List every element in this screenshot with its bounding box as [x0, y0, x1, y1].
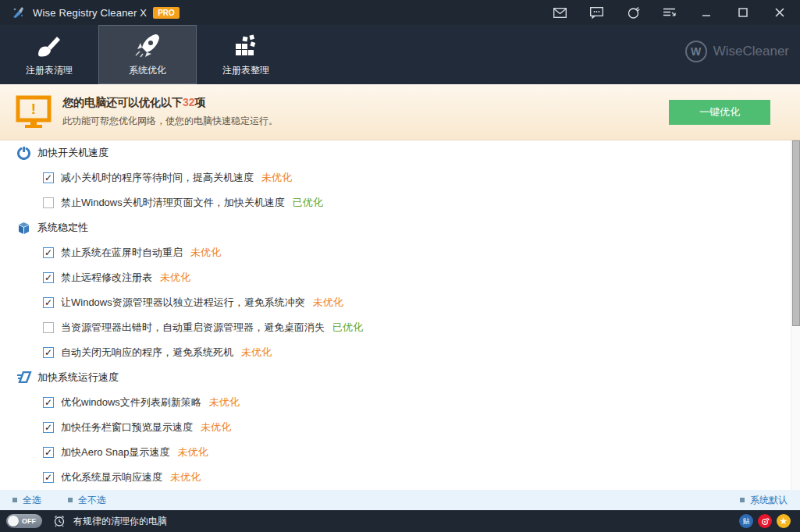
system-default-link[interactable]: 系统默认 — [740, 494, 788, 507]
optimization-item: ✓减小关机时的程序等待时间，提高关机速度未优化 — [0, 165, 791, 190]
item-checkbox[interactable]: ✓ — [43, 422, 54, 433]
item-label: 自动关闭无响应的程序，避免系统死机 — [61, 346, 233, 360]
section-header: 系统稳定性 — [0, 215, 791, 240]
toggle-knob-icon — [8, 516, 19, 527]
support-tools-icon[interactable] — [625, 5, 641, 20]
item-status: 已优化 — [293, 196, 323, 210]
monitor-alert-icon: ! — [16, 95, 52, 129]
optimizable-count: 32 — [183, 96, 195, 108]
optimization-item: ✓禁止远程修改注册表未优化 — [0, 265, 791, 290]
optimization-item: ✓加快Aero Snap显示速度未优化 — [0, 440, 791, 465]
tieba-share-icon[interactable]: 贴 — [739, 514, 753, 528]
item-label: 优化windows文件列表刷新策略 — [61, 395, 201, 410]
pro-badge: PRO — [153, 7, 180, 19]
mail-icon[interactable] — [552, 5, 567, 20]
power-icon — [17, 147, 30, 160]
notification-bar: ! 您的电脑还可以优化以下32项 此功能可帮您优化网络，使您的电脑快速稳定运行。… — [0, 84, 800, 140]
item-label: 优化系统显示响应速度 — [61, 470, 162, 484]
scrollbar-thumb[interactable] — [792, 140, 800, 326]
item-status: 未优化 — [201, 420, 231, 434]
item-label: 当资源管理器出错时，自动重启资源管理器，避免桌面消失 — [61, 321, 325, 335]
alarm-clock-icon — [53, 515, 66, 527]
item-checkbox[interactable] — [43, 322, 54, 333]
qzone-share-icon[interactable]: ★ — [777, 514, 791, 528]
optimization-item: ✓优化windows文件列表刷新策略未优化 — [0, 390, 791, 415]
title-bar: Wise Registry Cleaner X PRO — [0, 0, 800, 25]
bullet-icon — [740, 498, 745, 502]
optimization-item: ✓让Windows资源管理器以独立进程运行，避免系统冲突未优化 — [0, 290, 791, 315]
close-button[interactable] — [772, 5, 788, 20]
section-header: 加快系统运行速度 — [0, 365, 791, 390]
section-title: 加快开关机速度 — [37, 146, 108, 160]
item-checkbox[interactable]: ✓ — [43, 172, 54, 183]
notification-title: 您的电脑还可以优化以下32项 — [62, 96, 669, 110]
notification-subtitle: 此功能可帮您优化网络，使您的电脑快速稳定运行。 — [62, 115, 669, 128]
menu-icon[interactable] — [662, 5, 677, 20]
maximize-button[interactable] — [735, 5, 751, 20]
section-title: 系统稳定性 — [37, 221, 88, 235]
tab-bar: 注册表清理 系统优化 注册表整理 W WiseCleaner — [0, 25, 800, 84]
item-status: 未优化 — [209, 395, 240, 410]
optimization-item: ✓加快任务栏窗口预览显示速度未优化 — [0, 415, 791, 440]
item-checkbox[interactable]: ✓ — [43, 472, 54, 483]
tab-label: 注册表清理 — [26, 64, 73, 77]
scrollbar-track[interactable] — [791, 140, 800, 490]
schedule-toggle[interactable]: OFF — [6, 514, 42, 528]
speed-icon — [17, 371, 30, 385]
svg-text:!: ! — [31, 101, 36, 117]
item-status: 未优化 — [261, 171, 292, 185]
weibo-share-icon[interactable] — [758, 514, 772, 528]
item-status: 未优化 — [313, 296, 343, 310]
brand-logo: W WiseCleaner — [685, 41, 789, 62]
tab-registry-cleaner[interactable]: 注册表清理 — [0, 25, 98, 84]
item-checkbox[interactable]: ✓ — [43, 247, 54, 258]
optimization-item: 禁止Windows关机时清理页面文件，加快关机速度已优化 — [0, 190, 791, 215]
feedback-icon[interactable] — [588, 5, 604, 20]
item-label: 禁止远程修改注册表 — [61, 271, 152, 285]
bullet-icon — [68, 498, 73, 502]
optimization-item: ✓优化系统显示响应速度未优化 — [0, 465, 791, 490]
tab-label: 系统优化 — [129, 64, 166, 77]
selection-bar: 全选 全不选 系统默认 — [0, 490, 800, 510]
tab-label: 注册表整理 — [222, 64, 269, 77]
item-status: 未优化 — [177, 445, 208, 459]
select-none-link[interactable]: 全不选 — [68, 494, 106, 507]
select-all-link[interactable]: 全选 — [12, 494, 41, 507]
optimization-list: 加快开关机速度✓减小关机时的程序等待时间，提高关机速度未优化禁止Windows关… — [0, 140, 800, 490]
minimize-button[interactable] — [699, 5, 714, 20]
tab-registry-defrag[interactable]: 注册表整理 — [197, 25, 295, 84]
item-checkbox[interactable]: ✓ — [43, 272, 54, 283]
item-label: 减小关机时的程序等待时间，提高关机速度 — [61, 171, 254, 185]
item-status: 未优化 — [241, 346, 272, 360]
wisecleaner-mark-icon: W — [685, 41, 707, 62]
item-checkbox[interactable]: ✓ — [43, 297, 54, 308]
item-label: 禁止系统在蓝屏时自动重启 — [61, 246, 183, 260]
optimization-item: ✓自动关闭无响应的程序，避免系统死机未优化 — [0, 340, 791, 365]
item-status: 已优化 — [332, 321, 363, 335]
tab-system-tuneup[interactable]: 系统优化 — [98, 25, 197, 84]
item-label: 加快任务栏窗口预览显示速度 — [61, 420, 193, 434]
item-checkbox[interactable]: ✓ — [43, 447, 54, 458]
bullet-icon — [12, 498, 17, 502]
item-checkbox[interactable]: ✓ — [43, 347, 54, 358]
item-checkbox[interactable] — [43, 197, 54, 208]
defrag-icon — [233, 30, 259, 59]
item-label: 让Windows资源管理器以独立进程运行，避免系统冲突 — [61, 296, 305, 310]
app-icon — [11, 5, 25, 20]
item-status: 未优化 — [160, 271, 190, 285]
optimization-item: ✓禁止系统在蓝屏时自动重启未优化 — [0, 240, 791, 265]
item-label: 加快Aero Snap显示速度 — [61, 445, 169, 459]
item-checkbox[interactable]: ✓ — [43, 397, 54, 408]
item-label: 禁止Windows关机时清理页面文件，加快关机速度 — [61, 196, 285, 210]
one-click-optimize-button[interactable]: 一键优化 — [669, 100, 770, 125]
section-header: 加快开关机速度 — [0, 140, 791, 165]
cube-icon — [17, 222, 30, 235]
schedule-hint-text: 有规律的清理你的电脑 — [73, 515, 167, 528]
item-status: 未优化 — [170, 470, 201, 484]
optimization-item: 当资源管理器出错时，自动重启资源管理器，避免桌面消失已优化 — [0, 315, 791, 340]
brush-icon — [35, 30, 63, 59]
section-title: 加快系统运行速度 — [37, 371, 119, 385]
status-bar: OFF 有规律的清理你的电脑 贴 ★ — [0, 510, 800, 532]
rocket-icon — [133, 30, 162, 59]
wisecleaner-logo-text: WiseCleaner — [713, 44, 789, 59]
